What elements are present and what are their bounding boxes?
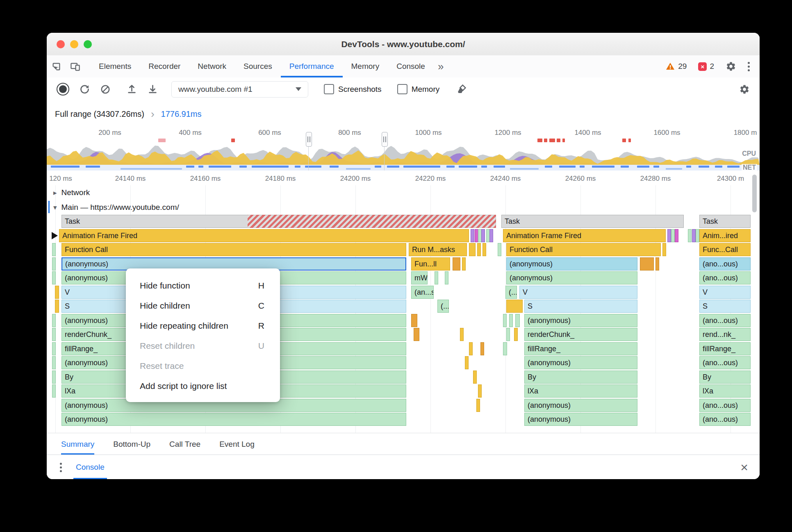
full-range-crumb[interactable]: Full range (34307.26ms) [55,109,144,119]
flame-bar[interactable]: Function Call [61,243,406,256]
flame-sliver[interactable] [469,243,476,256]
flame-bar[interactable]: (... [505,286,517,299]
minimize-window-button[interactable] [70,40,78,48]
flame-sliver[interactable] [696,229,699,242]
flame-bar[interactable]: fillRange_ [524,342,637,355]
flame-sliver[interactable] [476,399,480,412]
tab-event-log[interactable]: Event Log [219,433,255,455]
flame-sliver[interactable] [465,356,469,369]
flame-bar[interactable]: (anonymous) [524,399,637,412]
flame-sliver[interactable] [503,342,507,355]
flame-bar[interactable]: renderChunk_ [524,328,637,341]
flame-sliver[interactable] [481,229,485,242]
flame-bar[interactable]: lXa [699,384,751,398]
flame-bar[interactable]: (ano...ous) [699,399,751,412]
flame-bar[interactable]: (anonymous) [506,271,637,284]
flame-sliver[interactable] [498,243,501,256]
memory-checkbox[interactable]: Memory [397,84,440,94]
flame-sliver[interactable] [667,229,671,242]
flame-sliver[interactable] [478,384,482,398]
flame-sliver[interactable] [655,257,659,271]
flame-sliver[interactable] [477,243,481,256]
flame-sliver[interactable] [509,314,513,327]
flame-sliver[interactable] [462,257,466,271]
warnings-badge[interactable]: 29 [665,61,687,71]
tab-bottom-up[interactable]: Bottom-Up [113,433,150,455]
flame-bar[interactable]: Task [699,215,751,228]
flame-bar[interactable]: (anonymous) [61,413,406,426]
vertical-scrollbar[interactable] [752,175,757,212]
flame-bar[interactable]: Run M...asks [409,243,467,256]
flame-bar[interactable]: Task [61,215,496,228]
flame-sliver[interactable] [52,243,56,256]
flame-bar[interactable]: (... [437,300,449,313]
settings-gear-icon[interactable] [726,61,736,72]
flame-sliver[interactable] [688,229,692,242]
tab-summary[interactable]: Summary [61,433,94,455]
flame-sliver[interactable] [489,229,493,242]
flame-bar[interactable]: Anim...ired [699,229,751,242]
flame-sliver[interactable] [469,342,473,355]
flame-bar[interactable]: By [699,371,751,384]
flame-bar[interactable]: (anonymous) [506,257,637,271]
flame-sliver[interactable] [52,384,56,398]
flame-bar[interactable]: (ano...ous) [699,257,751,271]
flame-sliver[interactable] [411,314,417,327]
tab-elements[interactable]: Elements [90,55,140,77]
tab-network[interactable]: Network [189,55,235,77]
context-menu-item[interactable]: Hide functionH [126,275,280,296]
history-dropdown[interactable]: www.youtube.com #1 [171,81,308,98]
flame-sliver[interactable] [52,257,56,271]
flame-bar[interactable]: V [519,286,637,299]
save-profile-icon[interactable] [147,84,158,95]
flame-sliver[interactable] [471,229,474,242]
tab-call-tree[interactable]: Call Tree [169,433,200,455]
tab-sources[interactable]: Sources [235,55,281,77]
flame-sliver[interactable] [414,328,419,341]
flame-bar[interactable]: lXa [524,384,637,398]
tab-performance[interactable]: Performance [281,55,343,77]
inspect-element-icon[interactable] [47,55,66,77]
errors-badge[interactable]: × 2 [698,62,714,71]
flame-sliver[interactable] [662,243,666,256]
flame-sliver[interactable] [473,371,477,384]
zoom-window-button[interactable] [84,40,92,48]
flame-bar[interactable]: rend...nk_ [699,328,751,341]
flame-bar[interactable]: Func...Call [699,243,751,256]
flame-bar[interactable]: mWa [411,271,428,284]
flame-bar[interactable]: (ano...ous) [699,356,751,369]
record-button[interactable] [57,83,69,95]
tab-recorder[interactable]: Recorder [140,55,189,77]
selected-range-crumb[interactable]: 1776.91ms [161,109,202,119]
checkbox-box[interactable] [397,84,407,94]
flame-bar[interactable]: Task [501,215,684,228]
reload-and-record-button[interactable] [79,84,90,95]
flame-bar[interactable]: (ano...ous) [699,271,751,284]
network-track-toggle[interactable]: ▸ Network [47,185,90,200]
context-menu-item[interactable]: Hide childrenC [126,296,280,316]
range-handle-left[interactable] [306,132,312,147]
flame-bar[interactable]: (ano...ous) [699,413,751,426]
flame-bar[interactable]: (an...s) [411,286,434,299]
timeline-overview[interactable]: 200 ms400 ms600 ms800 ms1000 ms1200 ms14… [47,127,760,171]
flame-bar[interactable]: By [524,371,637,384]
flame-sliver[interactable] [671,229,675,242]
flame-sliver[interactable] [445,271,448,284]
flame-sliver[interactable] [52,371,56,384]
flame-sliver[interactable] [55,300,59,313]
capture-settings-gear-icon[interactable] [739,84,750,95]
flame-sliver[interactable] [55,286,59,299]
tab-memory[interactable]: Memory [343,55,388,77]
tab-drawer-console[interactable]: Console [73,455,107,479]
flame-bar[interactable]: (anonymous) [524,413,637,426]
flame-sliver[interactable] [503,314,507,327]
flame-sliver[interactable] [692,229,696,242]
flame-sliver[interactable] [52,328,56,341]
flame-bar[interactable]: (anonymous) [524,356,637,369]
tab-console[interactable]: Console [388,55,434,77]
flame-sliver[interactable] [514,328,518,341]
load-profile-icon[interactable] [126,84,137,95]
close-drawer-icon[interactable]: × [740,461,748,474]
flame-bar[interactable]: Fun...ll [411,257,450,271]
flame-bar[interactable]: (ano...ous) [699,314,751,327]
